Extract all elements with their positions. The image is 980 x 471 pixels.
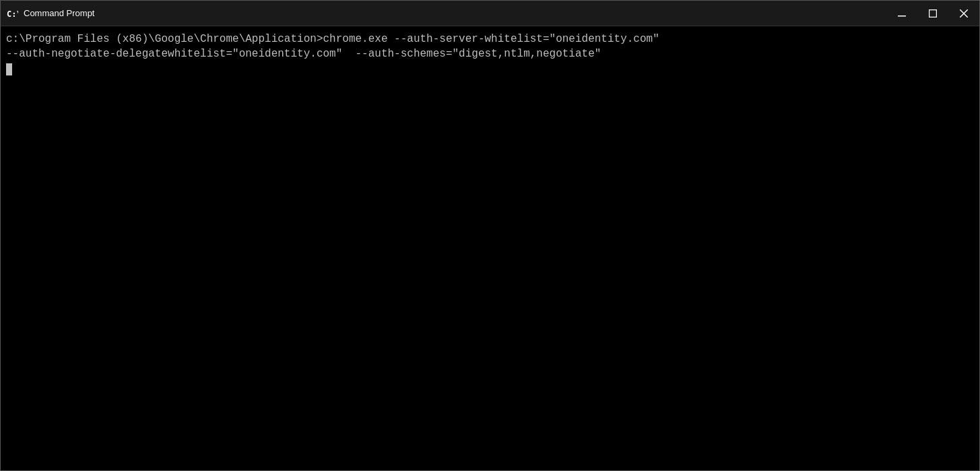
close-button[interactable]: [948, 1, 979, 26]
titlebar: C:\ Command Prompt: [1, 1, 979, 26]
terminal-cursor: [6, 63, 12, 75]
command-prompt-window: C:\ Command Prompt: [0, 0, 980, 471]
minimize-button[interactable]: [886, 1, 917, 26]
cmd-icon: C:\: [6, 7, 18, 20]
terminal-output: c:\Program Files (x86)\Google\Chrome\App…: [6, 32, 974, 77]
terminal-body[interactable]: c:\Program Files (x86)\Google\Chrome\App…: [1, 26, 979, 470]
svg-text:C:\: C:\: [7, 9, 18, 19]
window-title: Command Prompt: [24, 8, 94, 18]
titlebar-left: C:\ Command Prompt: [6, 7, 94, 20]
svg-rect-3: [929, 9, 937, 17]
svg-rect-2: [898, 15, 906, 17]
window-controls: [886, 1, 979, 26]
terminal-line1: c:\Program Files (x86)\Google\Chrome\App…: [6, 33, 659, 45]
maximize-button[interactable]: [917, 1, 948, 26]
terminal-line2: --auth-negotiate-delegatewhitelist="onei…: [6, 48, 601, 60]
